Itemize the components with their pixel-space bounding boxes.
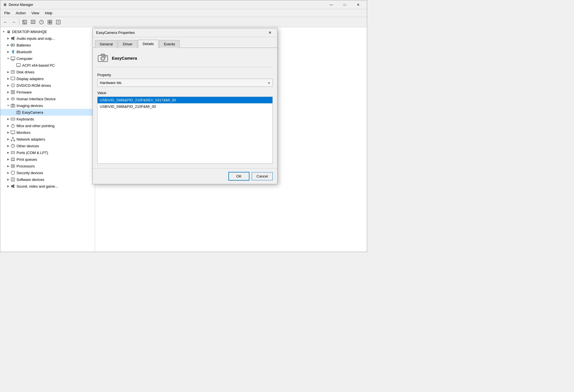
tree-item-disk[interactable]: ▶ Disk drives [0, 69, 95, 75]
bluetooth-expander[interactable]: ▶ [6, 50, 10, 54]
tree-item-computer[interactable]: ▼ Computer [0, 55, 95, 62]
tab-driver[interactable]: Driver [118, 40, 137, 48]
monitors-expander[interactable]: ▶ [6, 130, 10, 135]
imaging-label: Imaging devices [17, 104, 43, 108]
tree-item-mice[interactable]: ▶ Mice and other pointing [0, 122, 95, 129]
network-expander[interactable]: ▶ [6, 137, 10, 141]
disk-expander[interactable]: ▶ [6, 70, 10, 74]
device-tree[interactable]: ▼ 🖥 DESKTOP-M9AIHQE ▶ Audio inputs and o… [0, 27, 95, 252]
help-button[interactable]: ? [38, 18, 45, 26]
update-button[interactable] [29, 18, 37, 26]
svg-rect-25 [11, 45, 13, 46]
tree-item-batteries[interactable]: ▶ Batteries [0, 42, 95, 48]
svg-rect-69 [14, 140, 15, 141]
device-header: EasyCamera [97, 52, 273, 67]
mice-expander[interactable]: ▶ [6, 123, 10, 128]
tree-item-ports[interactable]: ▶ Ports (COM & LPT) [0, 149, 95, 156]
tree-item-security[interactable]: ▶ Security devices [0, 169, 95, 176]
sound-expander[interactable]: ▶ [6, 184, 10, 188]
svg-rect-24 [14, 45, 15, 46]
tree-item-keyboards[interactable]: ▶ Keyboards [0, 116, 95, 122]
svg-point-97 [102, 57, 104, 60]
audio-icon [10, 36, 15, 41]
tab-general[interactable]: General [95, 40, 117, 48]
software-expander[interactable]: ▶ [6, 177, 10, 182]
value-item-0[interactable]: USB\VID_5986&PID_210F&REV_5317&MI_00 [98, 97, 272, 103]
tree-item-acpi[interactable]: ACPI x64-based PC [0, 62, 95, 69]
svg-rect-82 [12, 165, 14, 167]
back-button[interactable]: ← [1, 18, 9, 26]
svg-text:?: ? [12, 144, 14, 148]
tree-item-network[interactable]: ▶ Network adapters [0, 136, 95, 143]
menu-file[interactable]: File [1, 10, 13, 16]
view-button[interactable] [46, 18, 54, 26]
keyboards-expander[interactable]: ▶ [6, 117, 10, 121]
svg-rect-40 [12, 80, 14, 80]
other-expander[interactable]: ▶ [6, 144, 10, 148]
tree-item-audio[interactable]: ▶ Audio inputs and outp... [0, 35, 95, 42]
svg-rect-98 [101, 54, 105, 56]
svg-rect-57 [13, 118, 13, 119]
tree-item-monitors[interactable]: ▶ Monitors [0, 129, 95, 136]
computer-expander[interactable]: ▼ [6, 56, 10, 61]
hid-expander[interactable]: ▶ [6, 97, 10, 101]
dialog-close-button[interactable]: ✕ [266, 29, 274, 36]
software-icon [10, 177, 15, 182]
svg-rect-15 [48, 22, 50, 24]
tree-item-firmware[interactable]: ▶ Firmware [0, 89, 95, 95]
other-icon: ? [10, 143, 15, 148]
window-title: Device Manager [9, 3, 325, 7]
properties-button[interactable] [21, 18, 29, 26]
tree-item-other[interactable]: ▶ ? Other devices [0, 143, 95, 149]
ports-expander[interactable]: ▶ [6, 150, 10, 155]
processors-expander[interactable]: ▶ [6, 164, 10, 168]
svg-rect-21 [11, 37, 13, 39]
tab-events[interactable]: Events [159, 40, 180, 48]
imaging-expander[interactable]: ▼ [6, 103, 10, 108]
mice-label: Mice and other pointing [17, 124, 54, 128]
ok-button[interactable]: OK [228, 172, 249, 181]
dvd-expander[interactable]: ▶ [6, 83, 10, 88]
tree-item-easycamera[interactable]: EasyCamera [0, 109, 95, 116]
batteries-expander[interactable]: ▶ [6, 43, 10, 47]
minimize-button[interactable]: — [325, 0, 338, 9]
root-expander[interactable]: ▼ [1, 29, 6, 34]
menu-action[interactable]: Action [13, 10, 29, 16]
tree-item-bluetooth[interactable]: ▶ Bluetooth [0, 48, 95, 55]
value-list[interactable]: USB\VID_5986&PID_210F&REV_5317&MI_00 USB… [97, 97, 273, 164]
tree-item-print[interactable]: ▶ Print queues [0, 156, 95, 163]
menu-help[interactable]: Help [42, 10, 55, 16]
tree-item-imaging[interactable]: ▼ Imaging devices [0, 102, 95, 109]
ports-label: Ports (COM & LPT) [17, 151, 48, 155]
sound-icon [10, 184, 15, 189]
hid-icon [10, 96, 15, 101]
value-item-1[interactable]: USB\VID_5986&PID_210F&MI_00 [98, 103, 272, 110]
tree-item-sound[interactable]: ▶ Sound, video and game... [0, 183, 95, 190]
svg-rect-51 [12, 104, 14, 105]
property-dropdown[interactable]: Hardware Ids Device Description Compatib… [97, 79, 273, 87]
refresh-button[interactable] [54, 18, 62, 26]
print-expander[interactable]: ▶ [6, 157, 10, 162]
tree-item-software[interactable]: ▶ Software devices [0, 176, 95, 183]
svg-text:?: ? [41, 21, 42, 24]
svg-rect-48 [13, 99, 14, 99]
tree-item-dvd[interactable]: ▶ DVD/CD-ROM drives [0, 82, 95, 89]
tab-details[interactable]: Details [138, 40, 159, 48]
tree-item-hid[interactable]: ▶ Human Interface Device [0, 95, 95, 102]
forward-button[interactable]: → [10, 18, 18, 26]
svg-rect-64 [11, 131, 15, 134]
close-button[interactable]: ✕ [352, 0, 365, 9]
security-expander[interactable]: ▶ [6, 171, 10, 175]
dvd-label: DVD/CD-ROM drives [17, 83, 51, 88]
menu-view[interactable]: View [29, 10, 42, 16]
tree-root[interactable]: ▼ 🖥 DESKTOP-M9AIHQE [0, 28, 95, 35]
display-expander[interactable]: ▶ [6, 76, 10, 81]
audio-expander[interactable]: ▶ [6, 36, 10, 41]
tree-item-processors[interactable]: ▶ Processors [0, 163, 95, 169]
tree-item-display[interactable]: ▶ Display adapters [0, 75, 95, 82]
maximize-button[interactable]: □ [338, 0, 351, 9]
svg-point-63 [13, 125, 13, 125]
cancel-button[interactable]: Cancel [252, 172, 273, 180]
acpi-label: ACPI x64-based PC [22, 63, 55, 67]
firmware-expander[interactable]: ▶ [6, 90, 10, 94]
